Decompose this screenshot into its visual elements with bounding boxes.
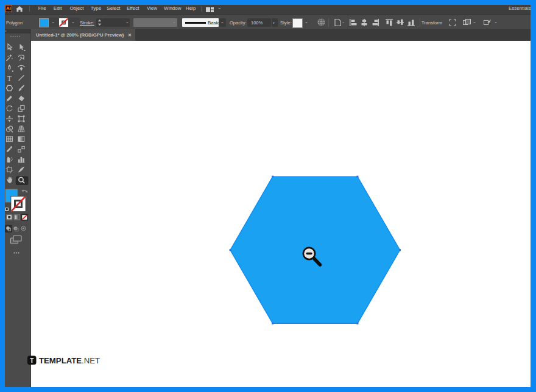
svg-text:TEMPLATE.NET: TEMPLATE.NET bbox=[39, 356, 100, 365]
svg-text:T: T bbox=[7, 74, 12, 83]
svg-text:T: T bbox=[30, 357, 34, 364]
